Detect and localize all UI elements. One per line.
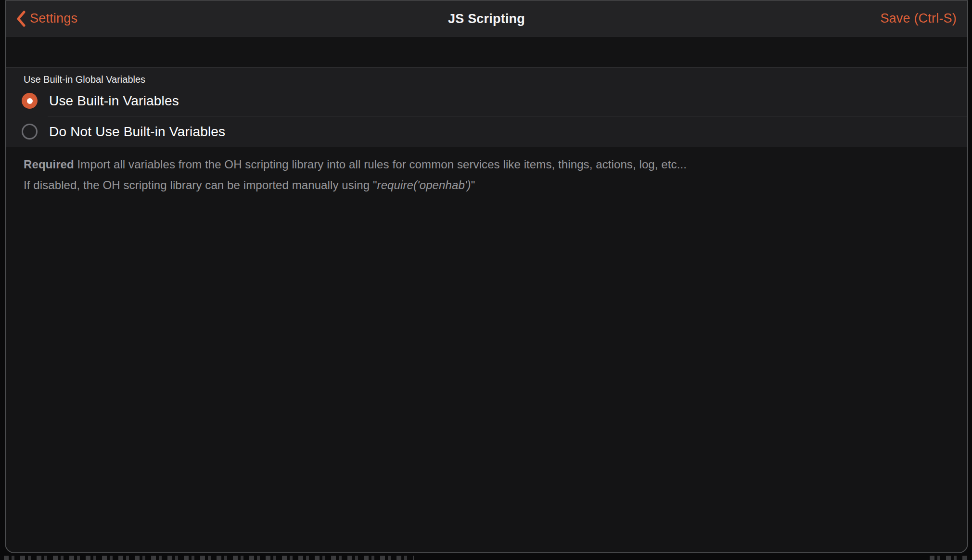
description-line-1: Required Import all variables from the O…	[24, 154, 948, 175]
setting-description: Required Import all variables from the O…	[6, 147, 967, 195]
radio-option-do-not-use-builtin-variables[interactable]: Do Not Use Built-in Variables	[48, 116, 967, 147]
navbar: Settings JS Scripting Save (Ctrl-S)	[6, 1, 967, 37]
description-line-1-text: Import all variables from the OH scripti…	[74, 158, 687, 171]
back-button-settings[interactable]: Settings	[16, 11, 77, 27]
radio-group-label: Use Built-in Global Variables	[6, 68, 967, 86]
radio-option-label: Do Not Use Built-in Variables	[49, 124, 225, 140]
chevron-left-icon	[16, 11, 26, 27]
radio-unselected-icon[interactable]	[22, 124, 38, 140]
spacer	[6, 37, 967, 67]
description-required-keyword: Required	[24, 158, 74, 171]
radio-group-card: Use Built-in Global Variables Use Built-…	[6, 67, 967, 147]
js-scripting-settings-dialog: Settings JS Scripting Save (Ctrl-S) Use …	[5, 0, 968, 553]
description-closing-quote: "	[471, 178, 475, 191]
description-line-2-text: If disabled, the OH scripting library ca…	[24, 178, 377, 191]
description-line-2: If disabled, the OH scripting library ca…	[24, 175, 948, 195]
radio-option-label: Use Built-in Variables	[49, 93, 179, 109]
radio-selected-icon[interactable]	[22, 93, 38, 109]
radio-option-use-builtin-variables[interactable]: Use Built-in Variables	[6, 86, 967, 116]
save-button[interactable]: Save (Ctrl-S)	[880, 11, 957, 26]
screen: Settings JS Scripting Save (Ctrl-S) Use …	[0, 0, 972, 560]
page-title: JS Scripting	[448, 11, 525, 26]
back-button-label: Settings	[30, 11, 77, 26]
background-clipped-text	[930, 556, 967, 560]
description-code-snippet: require('openhab')	[377, 178, 471, 191]
background-clipped-text	[4, 556, 414, 560]
